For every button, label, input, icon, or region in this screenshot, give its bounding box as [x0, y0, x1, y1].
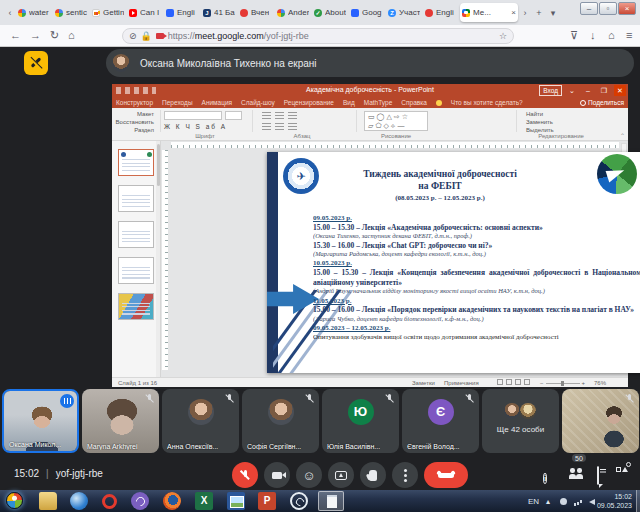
more-options-button[interactable] [392, 462, 418, 488]
editing-group-label: Редактирование [516, 133, 606, 139]
reactions-button[interactable] [296, 462, 322, 488]
slide-title-line1: Тиждень академічної доброчесності [323, 168, 557, 180]
shield-icon[interactable]: ⊘ [129, 31, 137, 41]
menu-icon[interactable]: ≡ [626, 29, 632, 41]
maximize-button[interactable] [599, 2, 617, 15]
ppt-close-icon [614, 85, 626, 96]
browser-tab-active-meet[interactable]: Ме... [460, 3, 518, 22]
mic-button[interactable] [232, 462, 258, 488]
raise-hand-button[interactable] [360, 462, 386, 488]
presenting-banner-text: Оксана Миколаївна Тихенко на екрані [140, 58, 317, 69]
zoom-favicon-icon [388, 9, 396, 17]
browser-tab[interactable]: water [16, 3, 53, 22]
system-clock[interactable]: 15:0209.05.2023 [582, 492, 632, 510]
hidden-pen-button[interactable] [24, 51, 48, 75]
ppt-signin-button: Вход [539, 85, 562, 96]
taskbar-excel-icon[interactable] [195, 492, 213, 510]
slide-thumbnail-3 [118, 221, 154, 248]
ribbon-tab: Конструктор [116, 99, 153, 106]
participant-tile-yevhenii[interactable]: Є Євгеній Волод... [402, 389, 479, 453]
ppt-ribbon-tabs: Конструктор Переходы Анимация Слайд-шоу … [112, 97, 628, 108]
participant-name: Євгеній Волод... [407, 443, 460, 450]
tab-scroll-right-icon[interactable]: › [518, 8, 532, 18]
ribbon-tab: Вид [343, 99, 355, 106]
url-bar[interactable]: ⊘ 🔒 https://meet.google.com/yof-jgtj-rbe [122, 28, 514, 44]
pocket-icon[interactable]: ⊽ [570, 29, 578, 42]
presenter-avatar [112, 54, 130, 72]
url-text: https://meet.google.com/yof-jgtj-rbe [168, 31, 309, 41]
tray-expand-icon[interactable]: ▴ [546, 497, 550, 512]
slide-counter: Слайд 1 из 16 [118, 380, 157, 386]
show-desktop-button[interactable] [636, 490, 640, 512]
taskbar-active-document[interactable] [318, 491, 344, 511]
taskbar-ie-icon[interactable] [70, 492, 88, 510]
participant-tile-video[interactable] [562, 389, 639, 453]
browser-tab[interactable]: Goog [349, 3, 386, 22]
browser-tab[interactable]: Ander [275, 3, 312, 22]
more-participants-tile[interactable]: Ще 42 особи [482, 389, 559, 453]
sharing-camera-icon[interactable] [156, 33, 164, 39]
taskbar-explorer-icon[interactable] [39, 492, 57, 510]
bookmark-star-icon[interactable] [499, 31, 507, 41]
tab-close-icon[interactable] [511, 8, 516, 17]
camera-button[interactable] [264, 462, 290, 488]
tab-scroll-left-icon[interactable]: ‹ [4, 8, 16, 18]
mini-avatar [520, 403, 536, 419]
tab-label: sentic [66, 8, 87, 17]
participant-tile-yuliia[interactable]: Ю Юлія Василівн... [322, 389, 399, 453]
forward-icon[interactable]: → [30, 29, 41, 41]
participant-tile-anna[interactable]: Анна Олексіїв... [162, 389, 239, 453]
taskbar-firefox-icon[interactable] [163, 492, 181, 510]
schedule-lecture: 15.00 – 15.30 – Лекція «Академічна добро… [313, 223, 640, 233]
participant-avatar [188, 399, 214, 425]
back-icon[interactable]: ← [10, 29, 21, 41]
taskbar-opera-icon[interactable] [102, 494, 117, 509]
minimize-button[interactable] [580, 2, 598, 15]
language-indicator[interactable]: EN [528, 497, 539, 512]
tab-label: Ander [288, 8, 309, 17]
browser-tab[interactable]: sentic [53, 3, 90, 22]
new-tab-button[interactable]: + [532, 8, 546, 18]
tray-app-icon[interactable] [560, 498, 567, 512]
group-separator [252, 110, 253, 132]
browser-tab[interactable]: Участ [386, 3, 423, 22]
present-button[interactable] [328, 462, 354, 488]
font-style-buttons: Ж К Ч S аб А [164, 123, 227, 130]
library-icon[interactable]: ⌂ [608, 29, 615, 41]
participant-tile-maryna[interactable]: Maryna Arkhyrei [82, 389, 159, 453]
schedule-date: 09.05.2023 – 12.05.2023 р. [313, 324, 640, 333]
browser-tab[interactable]: About [312, 3, 349, 22]
meeting-details-button[interactable] [543, 467, 547, 485]
taskbar-word-icon[interactable] [227, 492, 245, 510]
font-group-label: Шрифт [168, 133, 242, 139]
browser-tab[interactable]: 41 Ба [201, 3, 238, 22]
participant-name: Анна Олексіїв... [167, 443, 218, 450]
clock-date: 09.05.2023 [597, 502, 632, 509]
browser-tab[interactable]: Gettin [90, 3, 127, 22]
download-icon[interactable]: ↓ [590, 29, 596, 41]
meeting-info: 15:02 | yof-jgtj-rbe [14, 468, 103, 479]
participant-tile-sofiia[interactable]: Софія Сергіївн... [242, 389, 319, 453]
taskbar-viber-icon[interactable] [131, 492, 149, 510]
taskbar-whatsapp-icon[interactable] [290, 492, 308, 510]
participant-tile-oksana[interactable]: Оксана Микол... [2, 389, 79, 453]
leave-call-button[interactable] [424, 462, 468, 488]
reload-icon[interactable]: ↻ [50, 29, 59, 42]
lock-icon[interactable]: 🔒 [141, 31, 152, 41]
schedule-speaker: (Андрій Гізун, начальник відділу монітор… [313, 287, 640, 295]
participant-initial-avatar: Є [428, 399, 454, 425]
list-tabs-icon[interactable]: ▾ [546, 8, 560, 18]
start-button[interactable] [6, 492, 23, 509]
home-icon[interactable]: ⌂ [68, 29, 75, 41]
chat-button[interactable] [597, 467, 599, 485]
drawing-group-label: Рисование [364, 133, 428, 139]
browser-tab[interactable]: Вчен [238, 3, 275, 22]
close-button[interactable] [618, 2, 636, 15]
browser-tab[interactable]: Engli [423, 3, 460, 22]
tab-label: Can I [140, 8, 159, 17]
mic-off-icon [384, 393, 394, 403]
browser-tab[interactable]: Can I [127, 3, 164, 22]
slide-thumbnail-panel [112, 141, 161, 377]
browser-tab[interactable]: Engli [164, 3, 201, 22]
taskbar-powerpoint-icon[interactable] [258, 492, 276, 510]
